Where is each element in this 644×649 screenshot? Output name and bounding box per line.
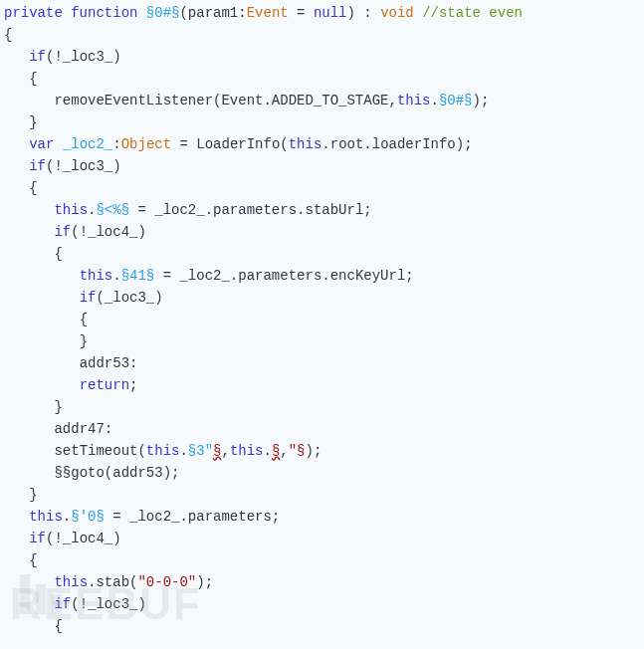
fn-name: §0#§ bbox=[146, 5, 180, 21]
t: .root.loaderInfo); bbox=[322, 136, 472, 152]
t: , bbox=[221, 443, 229, 459]
kw-if: if bbox=[80, 290, 97, 306]
member: §<%§ bbox=[96, 202, 129, 218]
kw-if: if bbox=[29, 158, 46, 174]
t: setTimeout( bbox=[54, 443, 145, 459]
t: . bbox=[63, 509, 71, 525]
t: ); bbox=[196, 574, 213, 590]
kw-private: private bbox=[4, 5, 63, 21]
t: (!_loc4_) bbox=[46, 531, 121, 546]
label: addr53: bbox=[80, 355, 138, 371]
kw-function: function bbox=[71, 5, 137, 21]
t: . bbox=[179, 443, 187, 459]
goto: §§goto(addr53); bbox=[54, 465, 179, 481]
kw-return: return bbox=[80, 377, 129, 393]
t: ); bbox=[473, 93, 490, 108]
t: .stab( bbox=[88, 574, 137, 590]
kw-if: if bbox=[54, 224, 71, 240]
brace: } bbox=[54, 399, 62, 415]
kw-if: if bbox=[54, 596, 71, 612]
brace: } bbox=[29, 114, 37, 130]
t: ) : bbox=[347, 5, 381, 21]
t: (!_loc3_) bbox=[46, 158, 121, 174]
kw-this: this bbox=[230, 443, 264, 459]
kw-this: this bbox=[29, 509, 63, 525]
kw-this: this bbox=[80, 268, 113, 284]
type-void: void bbox=[380, 5, 414, 21]
kw-this: this bbox=[146, 443, 180, 459]
t: : bbox=[112, 136, 120, 152]
string: "§ bbox=[289, 443, 306, 459]
comment: //state even bbox=[414, 5, 523, 21]
t: removeEventListener(Event.ADDED_TO_STAGE… bbox=[54, 93, 396, 108]
string: "0-0-0" bbox=[137, 574, 196, 590]
member: §3" bbox=[188, 443, 213, 459]
type-object: Object bbox=[121, 136, 171, 152]
t: (!_loc3_) bbox=[46, 49, 121, 65]
t: = LoaderInfo( bbox=[171, 136, 289, 152]
brace: { bbox=[4, 27, 12, 43]
t: . bbox=[264, 443, 272, 459]
t: = _loc2_.parameters.stabUrl; bbox=[129, 202, 372, 218]
t: = _loc2_.parameters.encKeyUrl; bbox=[154, 268, 413, 284]
brace: { bbox=[54, 618, 62, 634]
t: (_loc3_) bbox=[96, 290, 162, 306]
member: §'0§ bbox=[71, 509, 105, 525]
brace: } bbox=[80, 333, 88, 349]
brace: { bbox=[54, 246, 62, 262]
kw-if: if bbox=[29, 531, 46, 546]
kw-this: this bbox=[397, 93, 431, 108]
kw-this: this bbox=[54, 202, 88, 218]
type-event: Event bbox=[247, 5, 289, 21]
t: = _loc2_.parameters; bbox=[105, 509, 280, 525]
kw-var: var bbox=[29, 136, 54, 152]
kw-null: null bbox=[314, 5, 347, 21]
t: (!_loc4_) bbox=[71, 224, 146, 240]
t: ); bbox=[306, 443, 322, 459]
kw-this: this bbox=[54, 574, 88, 590]
t: = bbox=[289, 5, 314, 21]
t: (param1: bbox=[179, 5, 246, 21]
var-name: _loc2_ bbox=[63, 136, 112, 152]
t: . bbox=[112, 268, 120, 284]
brace: { bbox=[29, 552, 37, 568]
code-block: private function §0#§(param1:Event = nul… bbox=[0, 0, 644, 637]
t: (!_loc3_) bbox=[71, 596, 146, 612]
t: ; bbox=[129, 377, 137, 393]
label: addr47: bbox=[54, 421, 112, 437]
brace: { bbox=[80, 312, 88, 327]
brace: { bbox=[29, 71, 37, 87]
kw-this: this bbox=[289, 136, 322, 152]
t: , bbox=[280, 443, 288, 459]
brace: } bbox=[29, 487, 37, 503]
kw-if: if bbox=[29, 49, 46, 65]
member: §41§ bbox=[121, 268, 155, 284]
brace: { bbox=[29, 180, 37, 196]
member: §0#§ bbox=[439, 93, 473, 108]
t: . bbox=[431, 93, 439, 108]
